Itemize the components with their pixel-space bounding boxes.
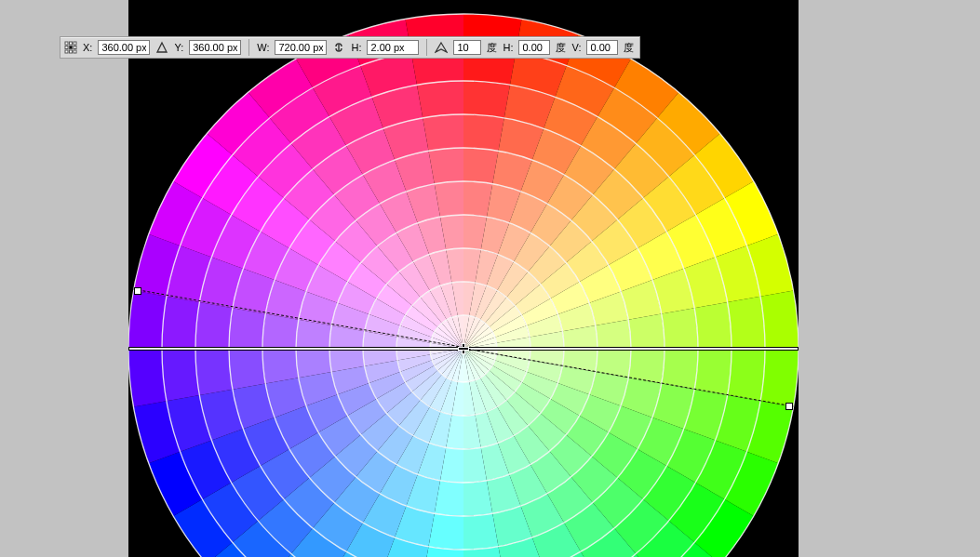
- document-canvas[interactable]: [128, 0, 799, 557]
- svg-rect-13: [74, 42, 76, 45]
- link-icon[interactable]: [332, 41, 345, 54]
- skew-h-input[interactable]: [518, 40, 550, 55]
- rotation-input[interactable]: [453, 40, 481, 55]
- rotate-icon: [435, 41, 448, 54]
- rotation-unit: 度: [487, 41, 497, 55]
- svg-rect-11: [65, 42, 68, 45]
- w-input[interactable]: [275, 40, 327, 55]
- transform-options-bar: X: Y: W: H: 度 H: 度 V: 度: [60, 36, 640, 59]
- y-input[interactable]: [189, 40, 241, 55]
- skew-v-label: V:: [571, 42, 581, 53]
- svg-rect-16: [74, 46, 76, 49]
- reference-point-icon[interactable]: [64, 41, 77, 54]
- svg-rect-10: [128, 0, 799, 557]
- x-label: X:: [83, 42, 92, 53]
- svg-rect-14: [65, 46, 68, 49]
- separator: [248, 39, 249, 56]
- rotation-handle-right[interactable]: [785, 403, 793, 410]
- svg-rect-17: [65, 50, 68, 53]
- color-wheel-image: [128, 0, 799, 557]
- w-label: W:: [257, 42, 269, 53]
- svg-rect-12: [70, 42, 73, 45]
- rotation-handle-left[interactable]: [134, 287, 141, 295]
- svg-rect-19: [74, 50, 76, 53]
- svg-rect-18: [70, 50, 73, 53]
- skew-v-input[interactable]: [586, 40, 618, 55]
- h-input[interactable]: [367, 40, 419, 55]
- svg-rect-15: [70, 46, 73, 49]
- x-input[interactable]: [98, 40, 150, 55]
- delta-icon[interactable]: [155, 41, 168, 54]
- skew-v-unit: 度: [624, 41, 634, 55]
- skew-h-unit: 度: [556, 41, 566, 55]
- y-label: Y:: [174, 42, 183, 53]
- h-label: H:: [351, 42, 361, 53]
- separator: [426, 39, 427, 56]
- skew-h-label: H:: [503, 42, 513, 53]
